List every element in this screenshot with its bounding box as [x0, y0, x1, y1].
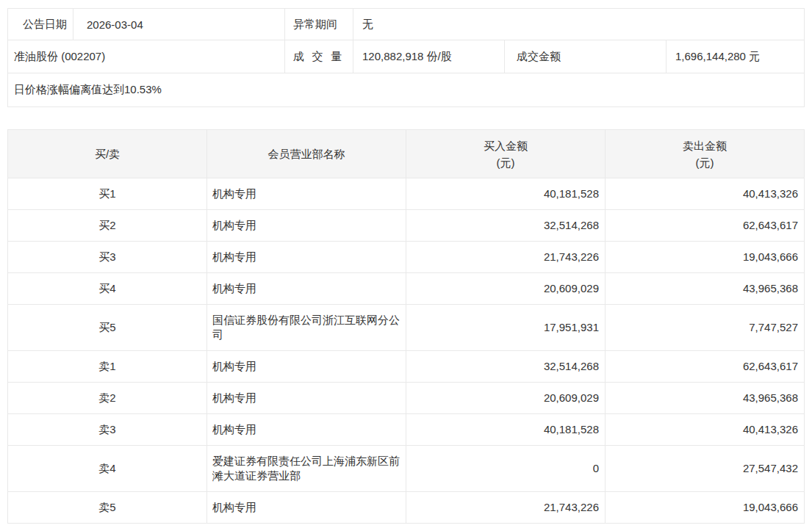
- table-row: 买4 机构专用 20,609,029 43,965,368: [8, 273, 805, 305]
- broker-table-header: 买/卖 会员营业部名称 买入金额 (元) 卖出金额 (元): [8, 130, 805, 178]
- side-cell: 卖3: [8, 414, 207, 446]
- buy-amount-cell: 20,609,029: [406, 273, 606, 305]
- branch-cell: 国信证券股份有限公司浙江互联网分公司: [207, 305, 406, 351]
- table-row: 卖5 机构专用 21,743,226 19,043,666: [8, 492, 805, 524]
- sell-amount-cell: 43,965,368: [606, 273, 805, 305]
- sell-amount-cell: 19,043,666: [606, 242, 805, 273]
- info-row-volume: 准油股份 (002207) 成交量 120,882,918 份/股 成交金额 1…: [8, 40, 804, 73]
- side-cell: 卖2: [8, 383, 207, 414]
- deviation-note: 日价格涨幅偏离值达到10.53%: [8, 73, 804, 106]
- sell-amount-cell: 19,043,666: [606, 492, 805, 524]
- table-header-branch: 会员营业部名称: [207, 130, 406, 178]
- buy-amount-cell: 17,951,931: [406, 305, 606, 351]
- table-row: 买2 机构专用 32,514,268 62,643,617: [8, 210, 805, 242]
- branch-cell: 机构专用: [207, 273, 406, 305]
- branch-cell: 机构专用: [207, 414, 406, 446]
- table-header-side: 买/卖: [8, 130, 207, 178]
- side-cell: 买3: [8, 242, 207, 273]
- table-row: 卖3 机构专用 40,181,528 40,413,326: [8, 414, 805, 446]
- side-cell: 买1: [8, 178, 207, 210]
- table-header-sell-amount: 卖出金额 (元): [606, 130, 805, 178]
- turnover-label: 成交金额: [505, 40, 667, 73]
- side-cell: 买4: [8, 273, 207, 305]
- info-row-announcement: 公告日期 2026-03-04 异常期间 无: [8, 9, 804, 40]
- buy-amount-cell: 32,514,268: [406, 210, 606, 242]
- sell-amount-cell: 43,965,368: [606, 383, 805, 414]
- stock-info-panel: 公告日期 2026-03-04 异常期间 无 准油股份 (002207) 成交量…: [7, 8, 805, 107]
- turnover-value: 1,696,144,280 元: [667, 40, 804, 73]
- sell-amount-cell: 40,413,326: [606, 414, 805, 446]
- page: 公告日期 2026-03-04 异常期间 无 准油股份 (002207) 成交量…: [0, 0, 812, 528]
- table-row: 卖1 机构专用 32,514,268 62,643,617: [8, 351, 805, 383]
- announce-date-value: 2026-03-04: [73, 9, 285, 40]
- table-header-buy-amount: 买入金额 (元): [406, 130, 606, 178]
- info-row-reason: 日价格涨幅偏离值达到10.53%: [8, 73, 804, 106]
- abnormal-period-value: 无: [353, 9, 804, 40]
- broker-table: 买/卖 会员营业部名称 买入金额 (元) 卖出金额 (元) 买1 机构专用: [7, 129, 805, 524]
- volume-value: 120,882,918 份/股: [353, 40, 505, 73]
- buy-amount-cell: 0: [406, 446, 606, 492]
- buy-amount-cell: 32,514,268: [406, 351, 606, 383]
- table-row: 卖2 机构专用 20,609,029 43,965,368: [8, 383, 805, 414]
- volume-label: 成交量: [285, 40, 353, 73]
- branch-cell: 机构专用: [207, 383, 406, 414]
- announce-date-label: 公告日期: [8, 9, 73, 40]
- sell-amount-cell: 62,643,617: [606, 210, 805, 242]
- branch-cell: 机构专用: [207, 351, 406, 383]
- side-cell: 买2: [8, 210, 207, 242]
- side-cell: 卖5: [8, 492, 207, 524]
- broker-table-body: 买1 机构专用 40,181,528 40,413,326 买2 机构专用 32…: [8, 178, 805, 524]
- stock-title: 准油股份 (002207): [8, 40, 285, 73]
- table-row: 买5 国信证券股份有限公司浙江互联网分公司 17,951,931 7,747,5…: [8, 305, 805, 351]
- table-row: 买3 机构专用 21,743,226 19,043,666: [8, 242, 805, 273]
- buy-amount-cell: 21,743,226: [406, 242, 606, 273]
- side-cell: 卖1: [8, 351, 207, 383]
- branch-cell: 机构专用: [207, 210, 406, 242]
- sell-amount-cell: 40,413,326: [606, 178, 805, 210]
- buy-amount-cell: 21,743,226: [406, 492, 606, 524]
- side-cell: 卖4: [8, 446, 207, 492]
- sell-amount-cell: 7,747,527: [606, 305, 805, 351]
- branch-cell: 机构专用: [207, 178, 406, 210]
- buy-amount-cell: 20,609,029: [406, 383, 606, 414]
- sell-amount-cell: 27,547,432: [606, 446, 805, 492]
- table-row: 买1 机构专用 40,181,528 40,413,326: [8, 178, 805, 210]
- abnormal-period-label: 异常期间: [285, 9, 353, 40]
- branch-cell: 机构专用: [207, 492, 406, 524]
- branch-cell: 爱建证券有限责任公司上海浦东新区前滩大道证券营业部: [207, 446, 406, 492]
- buy-amount-cell: 40,181,528: [406, 178, 606, 210]
- side-cell: 买5: [8, 305, 207, 351]
- sell-amount-cell: 62,643,617: [606, 351, 805, 383]
- branch-cell: 机构专用: [207, 242, 406, 273]
- table-row: 卖4 爱建证券有限责任公司上海浦东新区前滩大道证券营业部 0 27,547,43…: [8, 446, 805, 492]
- buy-amount-cell: 40,181,528: [406, 414, 606, 446]
